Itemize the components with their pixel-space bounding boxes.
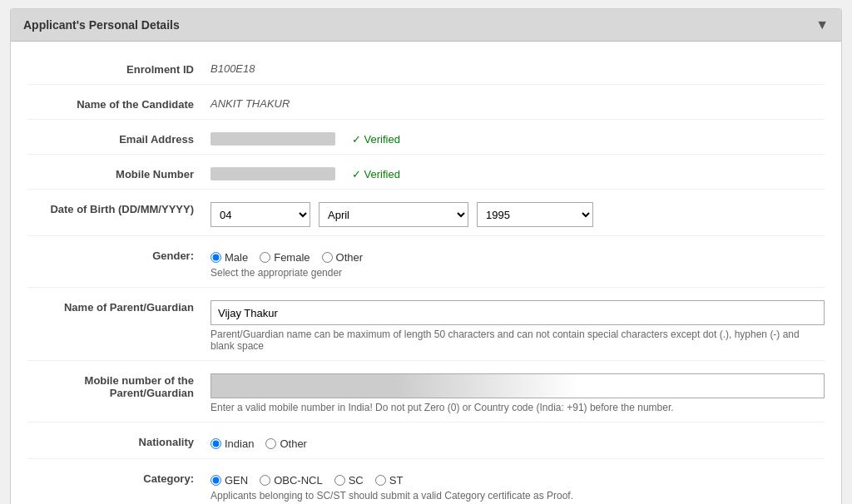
dob-day-select[interactable]: 04 [211, 202, 310, 227]
gender-female-radio[interactable] [260, 252, 270, 263]
gender-male-label: Male [225, 251, 248, 264]
gender-value: Male Female Other Select the appropriate… [211, 245, 825, 279]
category-gen-option[interactable]: GEN [211, 474, 248, 487]
parent-name-row: Name of Parent/Guardian Parent/Guardian … [27, 288, 825, 361]
dob-month-select[interactable]: April [319, 202, 468, 227]
gender-male-option[interactable]: Male [211, 251, 248, 264]
category-gen-radio[interactable] [211, 475, 221, 486]
email-label: Email Address [27, 128, 211, 146]
gender-female-option[interactable]: Female [260, 251, 310, 264]
dob-year-select[interactable]: 1995 [477, 202, 593, 227]
category-label: Category: [27, 467, 211, 485]
category-row: Category: GEN OBC-NCL SC [27, 459, 825, 504]
email-row: Email Address ✓ Verified [27, 120, 825, 155]
category-st-radio[interactable] [375, 475, 386, 486]
email-verified: ✓ Verified [352, 133, 400, 146]
nationality-other-radio[interactable] [265, 438, 276, 449]
email-value: ✓ Verified [211, 128, 825, 146]
mobile-verified: ✓ Verified [352, 168, 400, 180]
nationality-indian-label: Indian [225, 437, 254, 450]
category-sc-label: SC [349, 474, 364, 487]
parent-mobile-value: Enter a valid mobile number in India! Do… [211, 369, 825, 413]
card-header: Applicant's Personal Details ▼ [11, 9, 841, 42]
parent-mobile-label: Mobile number of the Parent/Guardian [27, 369, 211, 399]
gender-other-option[interactable]: Other [322, 251, 364, 264]
nationality-row: Nationality Indian Other [27, 422, 825, 459]
category-st-label: ST [389, 474, 404, 487]
category-hint: Applicants belonging to SC/ST should sub… [211, 490, 825, 502]
gender-hint: Select the appropriate gender [211, 267, 825, 279]
nationality-label: Nationality [27, 431, 211, 448]
parent-name-value: Parent/Guardian name can be maximum of l… [211, 296, 825, 352]
nationality-indian-radio[interactable] [211, 438, 221, 449]
enrolment-id-label: Enrolment ID [27, 58, 211, 76]
parent-mobile-label-line2: Parent/Guardian [110, 387, 194, 399]
nationality-other-label: Other [280, 437, 307, 450]
nationality-radio-group: Indian Other [211, 435, 825, 450]
gender-male-radio[interactable] [211, 252, 221, 263]
parent-mobile-row: Mobile number of the Parent/Guardian Ent… [27, 361, 825, 422]
enrolment-id-value: B100E18 [211, 58, 825, 75]
gender-other-radio[interactable] [322, 252, 333, 263]
mobile-value: ✓ Verified [211, 163, 825, 180]
category-radio-group: GEN OBC-NCL SC ST [211, 472, 825, 487]
enrolment-id-row: Enrolment ID B100E18 [27, 50, 825, 85]
parent-name-input[interactable] [211, 300, 825, 325]
applicant-details-card: Applicant's Personal Details ▼ Enrolment… [10, 8, 842, 504]
category-sc-option[interactable]: SC [334, 474, 364, 487]
dob-label: Date of Birth (DD/MM/YYYY) [27, 198, 211, 215]
mobile-row: Mobile Number ✓ Verified [27, 155, 825, 190]
parent-name-label: Name of Parent/Guardian [27, 296, 211, 314]
parent-name-hint: Parent/Guardian name can be maximum of l… [211, 329, 825, 352]
card-title: Applicant's Personal Details [23, 18, 180, 32]
mobile-blurred [211, 167, 335, 180]
nationality-indian-option[interactable]: Indian [211, 437, 254, 450]
candidate-name-label: Name of the Candidate [27, 93, 211, 111]
email-blurred [211, 132, 335, 146]
gender-female-label: Female [274, 251, 310, 264]
category-gen-label: GEN [225, 474, 248, 487]
form-body: Enrolment ID B100E18 Name of the Candida… [11, 42, 841, 504]
mobile-label: Mobile Number [27, 163, 211, 180]
nationality-value: Indian Other [211, 431, 825, 450]
parent-mobile-hint: Enter a valid mobile number in India! Do… [211, 402, 825, 413]
nationality-other-option[interactable]: Other [265, 437, 307, 450]
category-st-option[interactable]: ST [375, 474, 404, 487]
candidate-name-value: ANKIT THAKUR [211, 93, 825, 110]
chevron-down-icon[interactable]: ▼ [815, 17, 829, 32]
dob-value: 04 April 1995 [211, 198, 825, 227]
candidate-name-row: Name of the Candidate ANKIT THAKUR [27, 85, 825, 120]
category-value: GEN OBC-NCL SC ST Applicants be [211, 467, 825, 502]
category-obc-option[interactable]: OBC-NCL [260, 474, 323, 487]
dob-row: Date of Birth (DD/MM/YYYY) 04 April 1995 [27, 190, 825, 236]
gender-row: Gender: Male Female Other [27, 236, 825, 288]
category-sc-radio[interactable] [334, 475, 345, 486]
gender-radio-group: Male Female Other [211, 249, 825, 264]
gender-other-label: Other [336, 251, 364, 264]
parent-mobile-label-line1: Mobile number of the [85, 374, 194, 387]
parent-mobile-input[interactable] [211, 373, 825, 398]
gender-label: Gender: [27, 245, 211, 262]
category-obc-radio[interactable] [260, 475, 270, 486]
category-obc-label: OBC-NCL [274, 474, 323, 487]
